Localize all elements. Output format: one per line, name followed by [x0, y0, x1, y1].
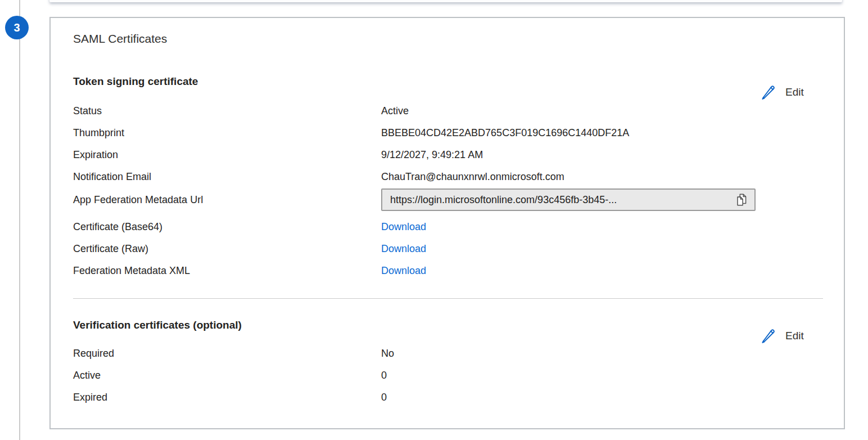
step-timeline-line — [19, 0, 20, 440]
edit-token-signing-button[interactable]: Edit — [760, 84, 804, 101]
copy-url-button[interactable] — [733, 192, 750, 208]
expired-row: Expired 0 — [73, 390, 826, 405]
row-value: BBEBE04CD42E2ABD765C3F019C1696C1440DF21A — [381, 125, 629, 140]
edit-label: Edit — [785, 86, 804, 98]
verification-certificates-heading: Verification certificates (optional) — [73, 319, 242, 331]
active-row: Active 0 — [73, 368, 826, 383]
step-number: 3 — [13, 21, 20, 34]
row-label: Required — [73, 346, 381, 361]
step-3-badge: 3 — [5, 16, 29, 39]
row-label: Notification Email — [73, 169, 381, 184]
row-label: Expired — [73, 390, 381, 405]
certificate-raw-row: Certificate (Raw) Download — [73, 241, 826, 256]
app-federation-metadata-url-field[interactable]: https://login.microsoftonline.com/93c456… — [381, 188, 756, 211]
saml-sso-page: 3 SAML Certificates Token signing certif… — [0, 0, 868, 440]
row-label: App Federation Metadata Url — [73, 192, 381, 207]
edit-verification-certificates-button[interactable]: Edit — [760, 327, 804, 344]
row-label: Expiration — [73, 147, 381, 162]
expiration-row: Expiration 9/12/2027, 9:49:21 AM — [73, 147, 826, 162]
token-signing-heading: Token signing certificate — [73, 75, 198, 88]
status-row: Status Active — [73, 104, 826, 118]
row-value: 9/12/2027, 9:49:21 AM — [381, 147, 483, 162]
row-label: Certificate (Raw) — [73, 241, 381, 256]
row-value: 0 — [381, 368, 387, 383]
download-certificate-base64-link[interactable]: Download — [381, 219, 426, 234]
notification-email-row: Notification Email ChauTran@chaunxnrwl.o… — [73, 169, 826, 184]
row-value: 0 — [381, 390, 387, 405]
copy-icon — [734, 192, 749, 208]
card-title: SAML Certificates — [73, 32, 167, 46]
federation-metadata-xml-row: Federation Metadata XML Download — [73, 263, 826, 278]
row-label: Status — [73, 104, 381, 118]
required-row: Required No — [73, 346, 826, 361]
row-value: ChauTran@chaunxnrwl.onmicrosoft.com — [381, 169, 564, 184]
download-federation-metadata-xml-link[interactable]: Download — [381, 263, 426, 278]
row-value: No — [381, 346, 394, 361]
saml-certificates-card: SAML Certificates Token signing certific… — [49, 17, 845, 429]
thumbprint-row: Thumbprint BBEBE04CD42E2ABD765C3F019C169… — [73, 125, 826, 140]
app-federation-metadata-url-row: App Federation Metadata Url https://logi… — [73, 188, 826, 211]
section-divider — [73, 298, 823, 299]
row-label: Active — [73, 368, 381, 383]
download-certificate-raw-link[interactable]: Download — [381, 241, 426, 256]
url-value: https://login.microsoftonline.com/93c456… — [390, 192, 733, 207]
previous-card-bottom-edge — [49, 0, 842, 2]
row-value: Active — [381, 104, 409, 118]
pencil-icon — [760, 327, 777, 344]
certificate-base64-row: Certificate (Base64) Download — [73, 219, 826, 234]
row-label: Thumbprint — [73, 125, 381, 140]
pencil-icon — [760, 84, 777, 101]
row-label: Federation Metadata XML — [73, 263, 381, 278]
row-label: Certificate (Base64) — [73, 219, 381, 234]
edit-label: Edit — [785, 330, 804, 342]
